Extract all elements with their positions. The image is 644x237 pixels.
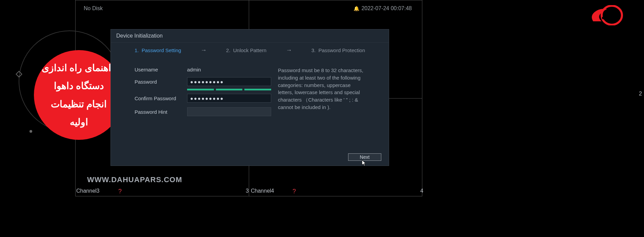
username-value: admin (187, 67, 201, 72)
channel-3-label: Channel3 (76, 188, 100, 194)
step-password-protection: 3. Password Protection (311, 47, 365, 53)
form-left: Username admin Password Confirm Password… (135, 67, 272, 121)
form-area: Username admin Password Confirm Password… (111, 59, 389, 121)
device-initialization-dialog: Device Initialization 1. Password Settin… (110, 29, 389, 166)
next-button[interactable]: Next (348, 153, 381, 161)
username-row: Username admin (135, 67, 272, 72)
wizard-steps: 1. Password Setting → 2. Unlock Pattern … (111, 43, 389, 59)
diamond-icon (16, 71, 22, 78)
brand-logo (583, 5, 624, 25)
step-1-label: Password Setting (142, 47, 181, 53)
clock: 🔔2022-07-24 00:07:48 (354, 5, 412, 12)
username-label: Username (135, 67, 187, 72)
step-3-number: 3. (311, 47, 316, 53)
badge-line-2: دستگاه داهوا (54, 77, 104, 95)
dialog-title: Device Initialization (111, 29, 389, 43)
confirm-password-input[interactable] (187, 94, 271, 103)
dot-icon (29, 130, 32, 133)
step-1-number: 1. (135, 47, 139, 53)
channel-2-number: 2 (639, 91, 642, 97)
password-hint-row: Password Hint (135, 107, 272, 116)
password-hint-label: Password Hint (135, 109, 187, 115)
confirm-password-row: Confirm Password (135, 94, 272, 103)
no-disk-label: No Disk (84, 5, 103, 12)
dialog-button-row: Next (348, 153, 381, 161)
strength-segment (244, 89, 271, 90)
bell-icon: 🔔 (354, 6, 359, 11)
arrow-right-icon: → (181, 47, 226, 54)
step-3-label: Password Protection (318, 47, 365, 53)
arrow-right-icon: → (266, 47, 311, 54)
watermark: WWW.DAHUAPARS.COM (87, 175, 182, 184)
strength-segment (216, 89, 243, 90)
step-2-number: 2. (226, 47, 230, 53)
channel-3-number: 3 (246, 188, 249, 194)
password-hint-input[interactable] (187, 107, 271, 116)
topbar: No Disk 🔔2022-07-24 00:07:48 (76, 0, 422, 13)
password-row: Password (135, 77, 272, 86)
channel-4-label: Channel4 (251, 188, 274, 194)
password-label: Password (135, 79, 187, 85)
timestamp: 2022-07-24 00:07:48 (361, 5, 412, 11)
svg-point-0 (602, 6, 622, 25)
password-strength-bar (187, 89, 271, 90)
step-unlock-pattern: 2. Unlock Pattern (226, 47, 266, 53)
channel-3-warning-icon: ? (118, 188, 122, 195)
badge-line-1: راهنمای راه اندازی (42, 59, 116, 77)
cursor-icon (362, 160, 366, 167)
badge-line-3: انجام تنظیمات اولیه (41, 95, 117, 131)
password-rules-text: Password must be 8 to 32 characters, inc… (278, 67, 365, 121)
password-input[interactable] (187, 77, 271, 86)
step-2-label: Unlock Pattern (233, 47, 266, 53)
channel-4-number: 4 (420, 188, 423, 194)
strength-segment (187, 89, 214, 90)
step-password-setting: 1. Password Setting (135, 47, 181, 53)
channel-4-warning-icon: ? (293, 188, 296, 195)
confirm-password-label: Confirm Password (135, 95, 187, 101)
svg-point-1 (602, 17, 605, 19)
